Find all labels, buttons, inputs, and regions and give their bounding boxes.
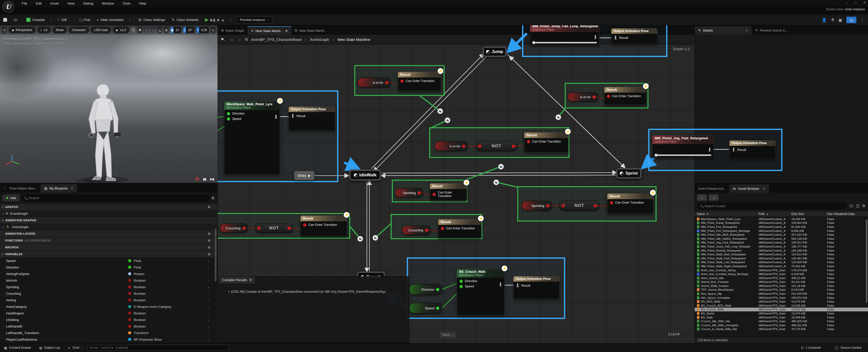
transition-icon-4[interactable]: ⇆ — [493, 180, 499, 185]
forward-button[interactable]: → — [709, 195, 718, 201]
content-drawer-button[interactable]: ▦ Content Drawer — [0, 346, 35, 350]
column-header-disk-size[interactable]: Disk Size — [789, 211, 825, 217]
entry-node[interactable]: Entry▶ — [294, 171, 314, 180]
chevron-down-icon[interactable]: ⌄ — [208, 272, 210, 276]
output-animation-pose-node-0[interactable]: Output Animation PoseResult — [611, 28, 657, 44]
tab-details[interactable]: ✎ Details ✕ — [695, 26, 752, 35]
scale-snap-toggle[interactable]: ↗0,25 — [196, 27, 209, 33]
add-icon[interactable]: ⊕ — [208, 238, 211, 243]
tab-my-blueprint[interactable]: ▤ My Blueprint ✕ — [41, 184, 77, 193]
asset-row-anim_axe_combat_swing_montage[interactable]: Anim_Axe_Combat_Swing_Montage/All/Game/T… — [695, 272, 868, 276]
close-icon[interactable]: ✕ — [249, 278, 252, 282]
parent-class-value[interactable]: Anim Instance — [845, 7, 865, 11]
chevron-down-icon[interactable]: ⌄ — [208, 331, 210, 334]
asset-row-bs_walk[interactable]: BS_Walk/All/Game/TPS_Gam18,499 KiBFalse — [695, 315, 868, 319]
close-icon[interactable]: ✕ — [745, 29, 748, 32]
variable-direction[interactable]: DirectionFloat⌄ — [0, 264, 217, 270]
section-graphs[interactable]: ▾GRAPHS⊕ — [0, 203, 217, 210]
result-node[interactable]: ResultCan Enter Transition — [398, 72, 441, 91]
asset-row-crouch_idle_rifle_hip[interactable]: Crouch_Idle_Rifle_Hip/All/Game/TPS_Gam48… — [695, 319, 868, 323]
bool-getter-crouching[interactable]: Crouching — [220, 224, 248, 233]
viewport-pill-perspective[interactable]: ◆Perspective — [8, 27, 36, 33]
output-animation-pose-node-2[interactable]: Output Animation PoseResult — [729, 140, 776, 159]
add-button[interactable]: ✚ Add — [2, 195, 19, 201]
transition-rule-box-2[interactable]: Is in AirNOTResultCan Enter Transition⚡ — [429, 127, 569, 158]
transition-rule-box-5[interactable]: CrouchingNOTResultCan Enter Transition⚡ — [217, 213, 350, 239]
graph-item-eventgraph[interactable]: ▸⧉EventGraph — [0, 210, 217, 217]
maximize-button[interactable]: □ — [855, 1, 857, 4]
result-node[interactable]: ResultCan Enter Transition — [607, 193, 653, 214]
blendspace-player-node-0[interactable]: BlendSpace_Walk_Pistol_LyraBlendspace Pl… — [224, 101, 280, 174]
close-button[interactable]: ✕ — [863, 1, 866, 4]
angle-snap-toggle[interactable]: ∠10° — [183, 27, 194, 33]
output-animation-pose-node-1[interactable]: Output Animation PoseResult — [288, 106, 335, 131]
asset-row-blendspace_walk_pistol_lyra[interactable]: BlendSpace_Walk_Pistol_Lyra/All/Game/Cus… — [695, 217, 868, 221]
add-icon[interactable]: ⊕ — [208, 245, 211, 249]
back-button[interactable]: ← — [697, 195, 707, 201]
settings-kebab-icon[interactable]: ⋮ — [861, 18, 865, 23]
chevron-down-icon[interactable]: ⌄ — [208, 279, 210, 282]
asset-row-mm_pistol_idle_ads_retargeted[interactable]: MM_Pistol_Idle_ADS_Retargeted/All/Game/C… — [695, 233, 868, 237]
variable-playercastreference[interactable]: PlayerCastReferenceBP Character Base⌄ — [0, 336, 217, 343]
transition-icon-0[interactable]: ⇆ — [437, 108, 443, 114]
menu-window[interactable]: Window — [102, 1, 114, 5]
asset-row-mm_pistol_walk_right_retargeted[interactable]: MM_Pistol_Walk_Right_Retargeted/All/Game… — [695, 264, 868, 268]
asset-row-sword_walk_foward[interactable]: Sword_Walk_Foward/All/Game/TPS_Gam191,18… — [695, 284, 868, 288]
close-icon[interactable]: ✕ — [763, 187, 765, 191]
section-variables[interactable]: ▾VARIABLES⊕ — [0, 251, 217, 257]
asset-row-aim_space_ironsights[interactable]: Aim_Space_Ironsights/All/Game/TPS_Gam240… — [695, 296, 868, 300]
asset-row-anim_sword_idle[interactable]: Anim_Sword_Idle/All/Game/TPS_Gam405,21 K… — [695, 276, 868, 280]
transition-rule-box-0[interactable]: Is in AirResultCan Enter Transition⚡ — [354, 65, 444, 96]
output-log-button[interactable]: ▤ Output Log — [35, 346, 64, 350]
variable-lefthandik[interactable]: LeftHandIKBoolean⌄ — [0, 323, 217, 329]
bool-getter-sprinting[interactable]: Sprinting — [395, 188, 424, 197]
page-dropdown[interactable]: PAGE⌄ — [439, 332, 456, 338]
asset-row-anim_axe_combat_swing[interactable]: Anim_Axe_Combat_Swing/All/Game/TPS_Gam17… — [695, 268, 868, 272]
scrollbar[interactable] — [215, 229, 217, 282]
asset-row-mm_pistol_walk_left_retargeted[interactable]: MM_Pistol_Walk_Left_Retargeted/All/Game/… — [695, 260, 868, 264]
asset-row-mm_pistol_walk_bwd_retargeted[interactable]: MM_Pistol_Walk_Bwd_Retargeted/All/Game/C… — [695, 252, 868, 256]
variable-aiming[interactable]: AimingBoolean⌄ — [0, 297, 217, 303]
result-node[interactable]: ResultCan Enter Transition — [438, 219, 482, 238]
graph-tab-0[interactable]: ⧉Event Graph — [218, 26, 248, 35]
asset-row-bs_sprint[interactable]: BS_Sprint/All/Game/TPS_Gam13,374 KiBFals… — [695, 311, 868, 315]
gear-icon[interactable]: ⚙ — [212, 196, 215, 200]
transition-icon-3[interactable]: ⇆ — [498, 164, 504, 169]
chevron-down-icon[interactable]: ⌄ — [208, 292, 210, 295]
variable-crouching[interactable]: CrouchingBoolean⌄ — [0, 290, 217, 297]
pause-button[interactable]: ▮▮ — [203, 177, 206, 181]
chevron-down-icon[interactable]: ⌄ — [208, 285, 210, 289]
graph-item-animgraph[interactable]: ▸🏃AnimGraph — [0, 224, 217, 230]
browse-button[interactable]: 🗀 — [10, 14, 21, 25]
asset-row-mm_pistol_fire_retargeted_montage[interactable]: MM_Pistol_Fire_Retargeted_Montage/All/Ga… — [695, 229, 868, 233]
source-control-button[interactable]: ◯ Source Control — [831, 346, 866, 350]
section-animation-layers[interactable]: ▾ANIMATION LAYERS⊕ — [0, 230, 217, 237]
save-button[interactable] — [0, 14, 10, 25]
compiler-results-tab[interactable]: Compiler Results ✕ — [219, 277, 256, 283]
asset-row-mm_pistol_walk_fwd_retargeted[interactable]: MM_Pistol_Walk_Fwd_Retargeted/All/Game/C… — [695, 256, 868, 260]
eject-button[interactable]: ▲ — [221, 18, 225, 22]
viewport-pill-lit[interactable]: ◐Lit — [37, 27, 51, 33]
close-icon[interactable]: ✕ — [285, 29, 288, 33]
play-options-icon[interactable]: ⋮ — [228, 18, 234, 22]
float-getter-direction[interactable]: Direction — [409, 284, 442, 295]
tab-preview-scene-settings[interactable]: ✎ Preview Scene S... — [752, 26, 791, 35]
add-icon[interactable]: ⊕ — [208, 205, 211, 209]
unsaved-status[interactable]: ↻ 1 Unsaved — [797, 346, 825, 350]
variable-aimingforspine[interactable]: AimingForSpineRotator⌄ — [0, 270, 217, 277]
transition-icon-6[interactable]: ⇆ — [372, 235, 378, 241]
grid-snap-toggle[interactable]: ▦10 — [170, 27, 181, 33]
section-macros[interactable]: ▾MACROS⊕ — [0, 244, 217, 251]
result-node[interactable]: ResultCan Enter Transition — [300, 216, 347, 236]
class-settings-button[interactable]: ⚙Class Settings — [135, 14, 168, 25]
chevron-down-icon[interactable]: ⌄ — [208, 312, 210, 315]
output-animation-pose-node-3[interactable]: Output Animation PoseResult — [513, 276, 560, 299]
chevron-down-icon[interactable]: ⌄ — [208, 318, 210, 321]
back-icon[interactable]: ← — [230, 37, 234, 42]
chevron-down-icon[interactable]: ⌄ — [208, 266, 210, 269]
variable-speed[interactable]: SpeedFloat⌄ — [0, 257, 217, 264]
tab-anim-preview-editor[interactable]: Anim Preview Ed... — [695, 185, 730, 193]
preview-instance-dropdown[interactable]: Preview Instance⌄ — [237, 17, 273, 24]
transition-rule-box-6[interactable]: CrouchingResultCan Enter Transition⚡ — [391, 214, 483, 239]
transition-icon-5[interactable]: ⇆ — [357, 236, 363, 242]
